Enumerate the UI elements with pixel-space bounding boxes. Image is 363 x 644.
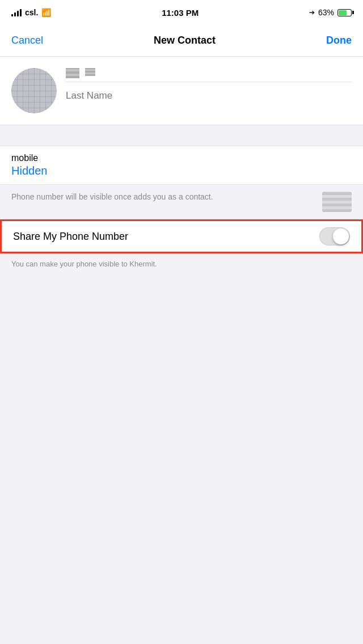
name-fields: [66, 68, 352, 101]
toggle-knob: [333, 228, 349, 244]
wifi-icon: 📶: [41, 8, 51, 17]
location-icon: ➔: [309, 9, 315, 16]
footer-note: You can make your phone visible to Kherm…: [0, 253, 363, 275]
signal-bars-icon: [11, 9, 22, 16]
first-name-text-pixelated-2: [85, 68, 95, 76]
status-bar: csl. 📶 11:03 PM ➔ 63%: [0, 0, 363, 25]
first-name-row: [66, 68, 352, 82]
status-left: csl. 📶: [11, 8, 51, 17]
share-phone-toggle[interactable]: [319, 227, 350, 245]
phone-label: mobile: [11, 153, 352, 163]
status-time: 11:03 PM: [162, 8, 199, 18]
first-name-text-pixelated: [66, 68, 79, 78]
share-phone-label: Share My Phone Number: [13, 231, 128, 243]
cancel-button[interactable]: Cancel: [11, 35, 43, 46]
phone-visibility-info: Phone number will be visible once adds y…: [11, 192, 315, 203]
carrier-label: csl.: [25, 8, 38, 17]
status-right: ➔ 63%: [309, 8, 352, 17]
phone-value: Hidden: [11, 164, 352, 177]
last-name-field[interactable]: [66, 86, 352, 101]
battery-icon: [337, 9, 352, 16]
section-separator: [0, 125, 363, 146]
contact-preview-pixelated: [322, 192, 352, 212]
page-title: New Contact: [154, 35, 216, 46]
share-phone-number-section: Share My Phone Number: [0, 219, 363, 253]
avatar[interactable]: [11, 68, 57, 113]
empty-background: [0, 275, 363, 445]
battery-percent: 63%: [318, 8, 334, 17]
done-button[interactable]: Done: [326, 35, 352, 46]
contact-form-section: [0, 57, 363, 125]
navigation-bar: Cancel New Contact Done: [0, 25, 363, 57]
phone-section: mobile Hidden: [0, 146, 363, 185]
info-section: Phone number will be visible once adds y…: [0, 185, 363, 219]
